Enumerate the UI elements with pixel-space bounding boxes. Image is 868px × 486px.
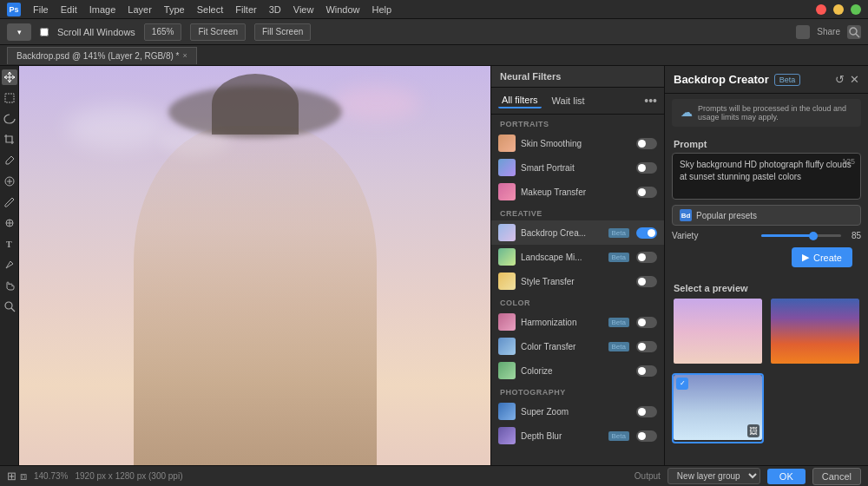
type-tool[interactable]: T [2,236,17,252]
output-select[interactable]: New layer group [667,468,760,484]
backdrop-settings-panel: Backdrop Creator Beta ↺ ✕ ☁ Prompts will… [664,66,868,465]
filter-thumb-landscape [498,248,516,266]
preview-3-image: ✓ 🖼 [674,375,762,440]
toggle-makeup-transfer[interactable] [636,187,657,198]
toggle-super-zoom[interactable] [636,406,657,417]
menu-select[interactable]: Select [197,4,224,15]
filter-color-transfer[interactable]: Color Transfer Beta [491,334,664,358]
toggle-style-transfer[interactable] [636,276,657,287]
layer-icon-2[interactable]: ⧈ [20,470,27,483]
filter-skin-smoothing[interactable]: Skin Smoothing [491,131,664,155]
filter-thumb-colortransfer [498,338,516,355]
filter-landscape[interactable]: Landscape Mi... Beta [491,245,664,269]
backdrop-title: Backdrop Creator [674,73,769,86]
fit-screen-button[interactable]: Fit Screen [190,23,246,41]
variety-section: Variety 85 [665,231,868,244]
bottom-bar: ⊞ ⧈ 140.73% 1920 px x 1280 px (300 ppi) … [0,465,868,486]
pen-tool[interactable] [2,257,17,273]
toggle-colorize[interactable] [636,365,657,377]
hat-crown [212,74,299,135]
menu-help[interactable]: Help [372,4,392,15]
filter-makeup-transfer[interactable]: Makeup Transfer [491,180,664,204]
filter-backdrop-creator[interactable]: Backdrop Crea... Beta [491,220,664,245]
brush-tool[interactable] [2,194,17,210]
toggle-smart-portrait[interactable] [636,162,657,174]
main-area: T Neural Filters All f [0,66,868,465]
filter-colorize[interactable]: Colorize [491,358,664,383]
presets-label: Popular presets [696,211,757,220]
cloud-2 [333,86,420,121]
popular-presets-button[interactable]: Bd Popular presets [672,205,861,226]
zoom-display[interactable]: 165% [144,23,182,41]
filter-smart-portrait[interactable]: Smart Portrait [491,155,664,180]
lasso-tool[interactable] [2,111,17,127]
cloud-1 [66,106,170,149]
eyedropper-tool[interactable] [2,153,17,168]
create-label: Create [813,253,842,263]
filter-super-zoom[interactable]: Super Zoom [491,399,664,424]
tab-bar: Backdrop.psd @ 141% (Layer 2, RGB/8) * × [0,45,868,66]
layer-icon-1[interactable]: ⊞ [7,470,16,483]
filter-name-backdrop: Backdrop Crea... [521,228,603,238]
filter-harmonization[interactable]: Harmonization Beta [491,310,664,334]
svg-line-11 [11,308,15,312]
window-minimize-button[interactable] [833,4,844,15]
filter-style-transfer[interactable]: Style Transfer [491,269,664,293]
menu-bar: Ps File Edit Image Layer Type Select Fil… [0,0,868,19]
prompt-section-label: Prompt [665,132,868,153]
move-tool[interactable] [2,69,17,85]
toggle-backdrop-creator[interactable] [636,227,657,239]
cloud-notice: ☁ Prompts will be processed in the cloud… [672,99,861,127]
filter-name-harmonize: Harmonization [521,318,603,327]
prompt-text[interactable]: Sky background HD photograph fluffy clou… [680,159,853,194]
menu-view[interactable]: View [293,4,314,15]
window-close-button[interactable] [816,4,826,15]
menu-image[interactable]: Image [89,4,116,15]
tool-selector[interactable]: ▾ [7,23,31,41]
variety-value: 85 [852,231,861,240]
preview-thumb-1[interactable] [672,297,764,368]
search-icon[interactable] [847,25,861,39]
variety-slider-track[interactable] [761,234,840,237]
toggle-landscape[interactable] [636,252,657,263]
panel-close-icon[interactable]: ✕ [850,73,859,86]
document-tab[interactable]: Backdrop.psd @ 141% (Layer 2, RGB/8) * × [7,47,197,64]
heal-tool[interactable] [2,174,17,189]
section-creative: CREATIVE [491,204,664,220]
clone-tool[interactable] [2,215,17,231]
tab-close-icon[interactable]: × [182,51,187,60]
more-options-icon[interactable]: ••• [644,94,657,108]
menu-layer[interactable]: Layer [128,4,152,15]
toggle-depth-blur[interactable] [636,430,657,442]
preview-thumb-2[interactable] [769,297,861,368]
toggle-color-transfer[interactable] [636,341,657,352]
filter-depth-blur[interactable]: Depth Blur Beta [491,424,664,448]
menu-type[interactable]: Type [164,4,185,15]
reset-icon[interactable]: ↺ [835,73,845,86]
variety-slider-thumb[interactable] [809,232,818,240]
tab-wait-list[interactable]: Wait list [549,94,589,108]
toggle-harmonization[interactable] [636,317,657,328]
cancel-button[interactable]: Cancel [812,468,861,485]
zoom-tool[interactable] [2,299,17,314]
select-tool[interactable] [2,90,17,106]
preview-thumb-3[interactable]: ✓ 🖼 [672,373,764,444]
hand-tool[interactable] [2,278,17,293]
crop-tool[interactable] [2,132,17,148]
menu-file[interactable]: File [33,4,49,15]
neural-filters-title: Neural Filters [491,66,664,88]
menu-window[interactable]: Window [326,4,359,15]
toggle-skin-smoothing[interactable] [636,138,657,149]
scroll-all-checkbox[interactable] [40,28,49,36]
canvas-area[interactable] [19,66,490,465]
menu-3d[interactable]: 3D [269,4,281,15]
ok-button[interactable]: OK [767,469,806,484]
colortransfer-beta-badge: Beta [608,342,629,351]
tab-all-filters[interactable]: All filters [498,93,542,108]
fill-screen-button[interactable]: Fill Screen [254,23,311,41]
menu-filter[interactable]: Filter [235,4,256,15]
window-maximize-button[interactable] [851,4,861,15]
share-label[interactable]: Share [817,27,840,36]
create-button[interactable]: ▶ Create [792,247,852,267]
menu-edit[interactable]: Edit [61,4,77,15]
